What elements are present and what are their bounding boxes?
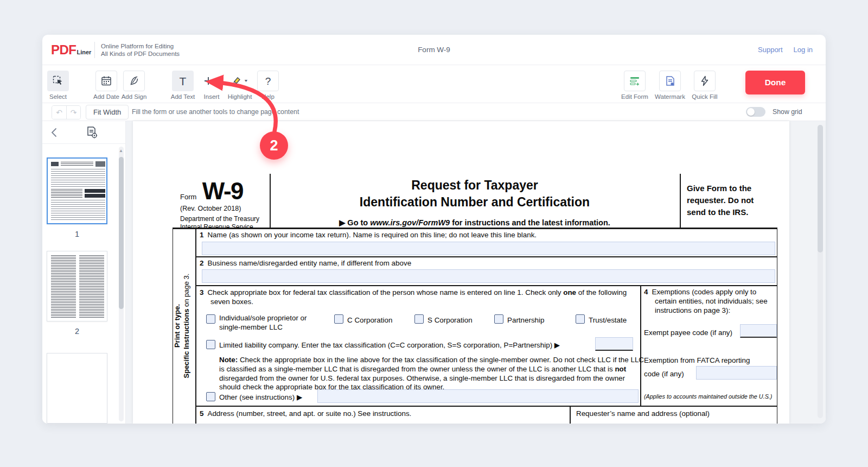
sidebar-scrollbar-thumb[interactable] [119, 157, 124, 309]
editor-window: PDFLiner Online Platform for Editing All… [42, 35, 826, 424]
fatca-label-line2: code (if any) [644, 370, 684, 379]
print-or-type-strip: Print or type. Specific Instructions on … [171, 236, 195, 415]
llc-classification-input[interactable] [595, 337, 633, 351]
scroll-up-arrow-icon[interactable]: ▲ [119, 148, 123, 153]
fatca-code-input[interactable] [696, 366, 777, 380]
other-input[interactable] [317, 389, 639, 403]
line5-label: 5Address (number, street, and apt. or su… [200, 409, 411, 419]
llc-note: Note: Check the appropriate box in the l… [219, 356, 644, 392]
edit-form-tool[interactable]: Edit Form [617, 71, 652, 100]
done-button[interactable]: Done [745, 71, 805, 94]
main-toolbar: Select Add Date [42, 65, 826, 103]
checkbox-c-corporation[interactable] [334, 314, 343, 324]
exempt-payee-label: Exempt payee code (if any) [644, 329, 732, 338]
chevron-left-icon [51, 128, 58, 137]
toggle-knob [747, 108, 755, 116]
requester-label: Requester’s name and address (optional) [576, 409, 710, 419]
line4-label: 4Exemptions (codes apply only to certain… [644, 288, 775, 315]
pdf-page[interactable]: Form W-9 (Rev. October 2018) Department … [133, 121, 789, 424]
document-gear-icon [85, 125, 99, 140]
form-title-block: Request for TaxpayerIdentification Numbe… [275, 177, 674, 227]
chevron-down-icon: ▼ [244, 79, 248, 83]
line2-label: 2Business name/disregarded entity name, … [200, 259, 411, 268]
name-input[interactable] [202, 242, 775, 255]
exempt-payee-input[interactable] [740, 324, 777, 338]
lightning-bolt-icon [699, 75, 710, 86]
app-header: PDFLiner Online Platform for Editing All… [42, 35, 826, 65]
form-id-block: Form W-9 (Rev. October 2018) Department … [180, 179, 259, 231]
text-t-icon: T [180, 75, 187, 87]
collapse-sidebar-button[interactable] [48, 126, 61, 139]
checkbox-label-trust-estate: Trust/estate [589, 316, 627, 325]
calendar-icon [100, 75, 112, 87]
checkbox-label-s-corporation: S Corporation [427, 316, 473, 325]
checkbox-s-corporation[interactable] [414, 314, 424, 324]
show-grid-label: Show grid [773, 108, 802, 116]
fit-width-button[interactable]: Fit Width [86, 105, 129, 119]
document-viewport: Form W-9 (Rev. October 2018) Department … [126, 121, 826, 424]
w9-form: Form W-9 (Rev. October 2018) Department … [173, 174, 777, 424]
redo-button[interactable]: ↷ [66, 106, 80, 119]
watermark-tool[interactable]: Watermark [653, 71, 687, 100]
llc-label: Limited liability company. Enter the tax… [219, 341, 560, 350]
select-cursor-icon [52, 75, 64, 87]
support-link[interactable]: Support [758, 46, 783, 54]
quick-fill-tool[interactable]: Quick Fill [687, 71, 722, 100]
page-number-1: 1 [47, 230, 107, 238]
applies-note: (Applies to accounts maintained outside … [644, 393, 772, 400]
sidebar-header [42, 121, 125, 144]
fatca-label-line1: Exemption from FATCA reporting [644, 356, 750, 365]
quill-pen-icon [128, 75, 140, 87]
help-tool[interactable]: ? Help [251, 71, 285, 100]
exemptions-section: 4Exemptions (codes apply only to certain… [640, 285, 777, 406]
checkbox-trust-estate[interactable] [576, 314, 585, 324]
page-settings-button[interactable] [85, 125, 99, 140]
other-label: Other (see instructions) ▶ [219, 393, 302, 402]
show-grid-toggle[interactable] [746, 107, 765, 117]
watermark-doc-icon [664, 75, 676, 87]
question-mark-icon: ? [265, 76, 271, 86]
insert-plus-icon [203, 76, 213, 86]
document-title: Form W-9 [42, 46, 826, 54]
tax-classification-section: 3Check appropriate box for federal tax c… [195, 285, 640, 406]
form-number: W-9 [202, 178, 243, 204]
business-name-input[interactable] [202, 269, 775, 283]
give-form-note: Give Form to the requester. Do not send … [687, 182, 774, 218]
toolbar-hint-text: Fill the form or use another tools to ch… [132, 108, 299, 116]
undo-button[interactable]: ↶ [52, 106, 66, 119]
form-url: www.irs.gov/FormW9 [370, 218, 450, 227]
chevron-down-icon: ▼ [215, 79, 220, 83]
page-thumbnail-3[interactable] [47, 353, 107, 424]
page-thumbnail-1[interactable] [47, 157, 107, 224]
checkbox-individual[interactable] [206, 314, 215, 324]
secondary-toolbar: ↶ ↷ Fit Width Fill the form or use anoth… [42, 103, 826, 121]
line3-label: 3Check appropriate box for federal tax c… [200, 288, 636, 307]
edit-form-icon [629, 75, 641, 87]
checkbox-label-partnership: Partnership [507, 316, 544, 325]
add-sign-tool[interactable]: Add Sign [117, 71, 151, 100]
checkbox-other[interactable] [206, 392, 215, 401]
checkbox-llc[interactable] [206, 340, 215, 349]
annotation-step-badge: 2 [260, 131, 288, 160]
highlighter-icon [231, 75, 242, 86]
checkbox-label-c-corporation: C Corporation [347, 316, 392, 325]
select-tool[interactable]: Select [42, 71, 75, 100]
page-thumbnail-2[interactable] [47, 251, 107, 321]
line1-label: 1Name (as shown on your income tax retur… [200, 231, 537, 240]
checkbox-label-individual: Individual/sole proprietor or single-mem… [219, 314, 325, 332]
checkbox-partnership[interactable] [494, 314, 503, 324]
document-scrollbar-thumb[interactable] [818, 125, 823, 253]
pages-sidebar: 1 2 ▲ [42, 121, 126, 424]
login-link[interactable]: Log in [794, 46, 813, 54]
page-number-2: 2 [47, 327, 107, 336]
